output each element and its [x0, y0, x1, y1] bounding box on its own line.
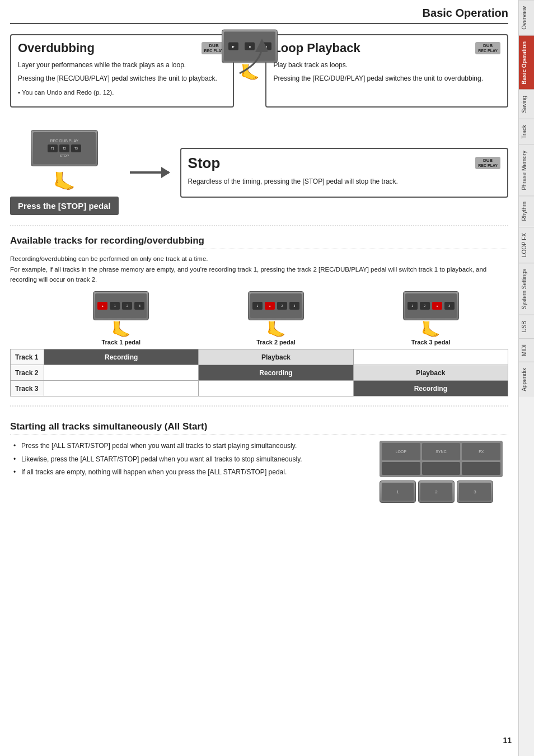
all-start-pedal-3: 3	[457, 480, 493, 503]
track1-label: Track 1	[11, 349, 44, 365]
loop-playback-body: Play back track as loops. Pressing the […	[273, 60, 500, 83]
track2-col2: Recording	[199, 365, 353, 381]
track2-pedal-col: 1 ● 2 3 🦶 Track 2 pedal	[199, 291, 354, 346]
all-start-bullet-3: If all tracks are empty, nothing will ha…	[12, 467, 368, 478]
all-start-bullet-2: Likewise, press the [ALL START/STOP] ped…	[12, 454, 368, 465]
sidebar-tabs: Overview Basic Operation Saving Track Ph…	[518, 0, 534, 756]
sidebar-tab-appendix[interactable]: Appendix	[519, 362, 534, 397]
loop-playback-line2: Pressing the [REC/DUB/PLAY] pedal switch…	[273, 73, 500, 83]
all-start-bullets: Press the [ALL START/STOP] pedal when yo…	[10, 441, 368, 478]
tracks-line2: For example, if all tracks in the phrase…	[10, 264, 508, 285]
stop-description: Regardless of the timing, pressing the […	[188, 176, 500, 186]
available-tracks-section: Available tracks for recording/overdubbi…	[10, 232, 508, 396]
all-start-device-images: LOOP SYNC FX 1 2	[380, 441, 508, 503]
all-start-left: Press the [ALL START/STOP] pedal when yo…	[10, 441, 368, 503]
track3-col2	[199, 381, 353, 396]
loop-playback-badge: DUB REC PLAY	[475, 42, 500, 54]
page-number: 11	[503, 736, 512, 745]
sidebar-tab-loop-fx[interactable]: LOOP FX	[519, 227, 534, 263]
track2-col1	[44, 365, 199, 381]
overdubbing-line2: Pressing the [REC/DUB/PLAY] pedal switch…	[18, 73, 226, 83]
track1-pedal-label: Track 1 pedal	[101, 339, 140, 346]
loop-playback-title: Loop Playback DUB REC PLAY	[273, 41, 500, 55]
all-start-section: Starting all tracks simultaneously (All …	[10, 418, 508, 503]
device-full-image-top: LOOP SYNC FX	[380, 441, 503, 477]
track2-label: Track 2	[11, 365, 44, 381]
stop-title: Stop DUB REC PLAY	[188, 155, 500, 172]
stop-pedal-unit: REC DUB PLAY T1 T2 T3 STOP	[31, 130, 98, 166]
overdubbing-box: Overdubbing DUB REC PLAY Layer your perf…	[10, 34, 234, 108]
loop-playback-line1: Play back track as loops.	[273, 60, 500, 70]
sidebar-tab-usb[interactable]: USB	[519, 315, 534, 338]
pedal-images-row: ● 1 2 3 🦶 Track 1 pedal 1 ● 2	[10, 291, 508, 346]
curved-arrow-svg	[234, 34, 268, 79]
sidebar-tab-basic-operation[interactable]: Basic Operation	[519, 35, 534, 90]
tracks-divider	[10, 225, 508, 226]
sidebar-tab-saving[interactable]: Saving	[519, 90, 534, 119]
track3-pedal-unit: 1 2 ● 3	[403, 291, 459, 320]
track-table-container: ● 1 2 3 🦶 Track 1 pedal 1 ● 2	[10, 291, 508, 396]
press-stop-label: Press the [STOP] pedal	[10, 197, 119, 215]
track1-foot-icon: 🦶	[111, 320, 131, 339]
all-start-content: Press the [ALL START/STOP] pedal when yo…	[10, 441, 508, 503]
track2-pedal-unit: 1 ● 2 3	[248, 291, 304, 320]
stop-section: REC DUB PLAY T1 T2 T3 STOP 🦶 Press the […	[10, 130, 508, 215]
all-start-bullet-1: Press the [ALL START/STOP] pedal when yo…	[12, 441, 368, 451]
foot-icon-stop: 🦶	[53, 171, 76, 192]
page-header: Basic Operation	[10, 0, 508, 24]
track1-col1: Recording	[44, 349, 199, 365]
overdubbing-body: Layer your performances while the track …	[18, 60, 226, 97]
main-content: Basic Operation Overdubbing DUB REC PLAY…	[0, 0, 518, 514]
track-state-grid: Track 1 Recording Playback Track 2	[10, 349, 508, 396]
track3-col1	[44, 381, 199, 396]
available-tracks-body: Recording/overdubbing can be performed o…	[10, 254, 508, 284]
page-title: Basic Operation	[10, 7, 508, 20]
top-boxes: Overdubbing DUB REC PLAY Layer your perf…	[10, 34, 508, 108]
track3-foot-icon: 🦶	[421, 320, 441, 339]
track2-pedal-label: Track 2 pedal	[256, 339, 296, 346]
all-start-pedal-row: 1 2 3	[380, 480, 508, 503]
track3-pedal-label: Track 3 pedal	[411, 339, 451, 346]
track1-col3	[354, 349, 508, 365]
stop-device-area: REC DUB PLAY T1 T2 T3 STOP 🦶 Press the […	[10, 130, 119, 215]
track2-foot-icon: 🦶	[266, 320, 286, 339]
stop-arrow	[130, 171, 169, 174]
arrow-connector: ▶ ■ ● 🦶	[234, 34, 265, 108]
overdubbing-note: • You can Undo and Redo (p. 12).	[18, 88, 226, 97]
track1-pedal-col: ● 1 2 3 🦶 Track 1 pedal	[44, 291, 199, 346]
stop-box: Stop DUB REC PLAY Regardless of the timi…	[180, 148, 508, 198]
sidebar-tab-midi[interactable]: MIDI	[519, 338, 534, 362]
track3-label: Track 3	[11, 381, 44, 396]
overdubbing-line1: Layer your performances while the track …	[18, 60, 226, 70]
overdubbing-title: Overdubbing DUB REC PLAY	[18, 41, 226, 55]
all-start-pedal-2: 2	[418, 480, 455, 503]
sidebar-tab-rhythm[interactable]: Rhythm	[519, 195, 534, 226]
track3-col3: Recording	[354, 381, 508, 396]
track1-col2: Playback	[199, 349, 353, 365]
track3-pedal-col: 1 2 ● 3 🦶 Track 3 pedal	[353, 291, 508, 346]
stop-body: Regardless of the timing, pressing the […	[188, 176, 500, 186]
all-start-divider	[10, 405, 508, 407]
track2-col3: Playback	[354, 365, 508, 381]
sidebar-tab-phrase-memory[interactable]: Phrase Memory	[519, 144, 534, 196]
track1-pedal-unit: ● 1 2 3	[93, 291, 149, 320]
all-start-right: LOOP SYNC FX 1 2	[380, 441, 508, 503]
available-tracks-title: Available tracks for recording/overdubbi…	[10, 232, 508, 246]
stop-badge: DUB REC PLAY	[475, 157, 500, 169]
sidebar-tab-system-settings[interactable]: System Settings	[519, 263, 534, 315]
all-start-pedal-1: 1	[380, 480, 416, 503]
sidebar-tab-track[interactable]: Track	[519, 119, 534, 144]
tracks-line1: Recording/overdubbing can be performed o…	[10, 254, 508, 264]
loop-playback-box: Loop Playback DUB REC PLAY Play back tra…	[265, 34, 508, 108]
all-start-title: Starting all tracks simultaneously (All …	[10, 418, 508, 432]
sidebar-tab-overview[interactable]: Overview	[519, 0, 534, 35]
